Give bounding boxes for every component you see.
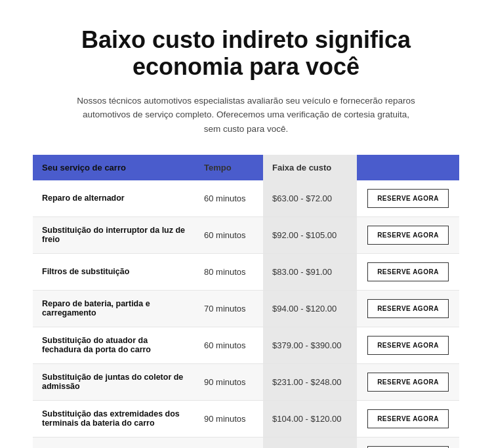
reserve-now-button[interactable]: RESERVE AGORA	[367, 446, 449, 448]
table-row: Substituição de juntas do coletor de adm…	[33, 363, 459, 400]
cell-time: 90 minutos	[195, 437, 263, 448]
page-subtitle: Nossos técnicos automotivos especialista…	[75, 94, 417, 136]
table-row: Substituição do interruptor da luz de fr…	[33, 216, 459, 253]
table-row: Substituição das extremidades dos termin…	[33, 400, 459, 437]
cell-action: RESERVE AGORA	[357, 290, 459, 327]
col-header-cost: Faixa de custo	[263, 155, 357, 180]
table-row: Filtros de substituição80 minutos$83.00 …	[33, 253, 459, 290]
cell-action: RESERVE AGORA	[357, 253, 459, 290]
table-row: Substituição do atuador da fechadura da …	[33, 327, 459, 363]
col-header-action	[357, 155, 459, 180]
cell-action: RESERVE AGORA	[357, 327, 459, 363]
col-header-service: Seu serviço de carro	[33, 155, 195, 180]
cell-cost: $379.00 - $390.00	[263, 327, 357, 363]
reserve-now-button[interactable]: RESERVE AGORA	[367, 336, 449, 355]
cell-cost: $83.00 - $91.00	[263, 437, 357, 448]
reserve-now-button[interactable]: RESERVE AGoRA	[367, 409, 449, 428]
cell-time: 70 minutos	[195, 290, 263, 327]
cell-action: RESERVE AGoRA	[357, 400, 459, 437]
table-row: Serviços de sistema de refrigeração90 mi…	[33, 437, 459, 448]
cell-cost: $63.00 - $72.00	[263, 180, 357, 217]
page-title: Baixo custo indireto significa economia …	[33, 26, 459, 81]
cell-action: RESERVE AGORA	[357, 216, 459, 253]
cell-time: 60 minutos	[195, 216, 263, 253]
table-header-row: Seu serviço de carro Tempo Faixa de cust…	[33, 155, 459, 180]
table-row: Reparo de alternador60 minutos$63.00 - $…	[33, 180, 459, 217]
cell-service: Filtros de substituição	[33, 253, 195, 290]
cell-action: RESERVE AGORA	[357, 180, 459, 217]
cell-time: 90 minutos	[195, 363, 263, 400]
cell-service: Substituição do interruptor da luz de fr…	[33, 216, 195, 253]
cell-cost: $83.00 - $91.00	[263, 253, 357, 290]
cell-cost: $92.00 - $105.00	[263, 216, 357, 253]
cell-service: Substituição das extremidades dos termin…	[33, 400, 195, 437]
cell-service: Serviços de sistema de refrigeração	[33, 437, 195, 448]
reserve-now-button[interactable]: RESERVE AGORA	[367, 299, 449, 318]
cell-service: Reparo de bateria, partida e carregament…	[33, 290, 195, 327]
cell-time: 60 minutos	[195, 180, 263, 217]
cell-cost: $231.00 - $248.00	[263, 363, 357, 400]
reserve-now-button[interactable]: RESERVE AGoRA	[367, 373, 449, 392]
cell-service: Substituição de juntas do coletor de adm…	[33, 363, 195, 400]
cell-action: RESERVE AGORA	[357, 437, 459, 448]
cell-service: Reparo de alternador	[33, 180, 195, 217]
table-row: Reparo de bateria, partida e carregament…	[33, 290, 459, 327]
reserve-now-button[interactable]: RESERVE AGORA	[367, 262, 449, 281]
cell-time: 90 minutos	[195, 400, 263, 437]
reserve-now-button[interactable]: RESERVE AGORA	[367, 226, 449, 245]
reserve-now-button[interactable]: RESERVE AGORA	[367, 189, 449, 208]
cell-time: 80 minutos	[195, 253, 263, 290]
col-header-time: Tempo	[195, 155, 263, 180]
cell-cost: $104.00 - $120.00	[263, 400, 357, 437]
cell-time: 60 minutos	[195, 327, 263, 363]
cell-cost: $94.00 - $120.00	[263, 290, 357, 327]
cell-service: Substituição do atuador da fechadura da …	[33, 327, 195, 363]
service-table: Seu serviço de carro Tempo Faixa de cust…	[33, 155, 459, 448]
cell-action: RESERVE AGoRA	[357, 363, 459, 400]
